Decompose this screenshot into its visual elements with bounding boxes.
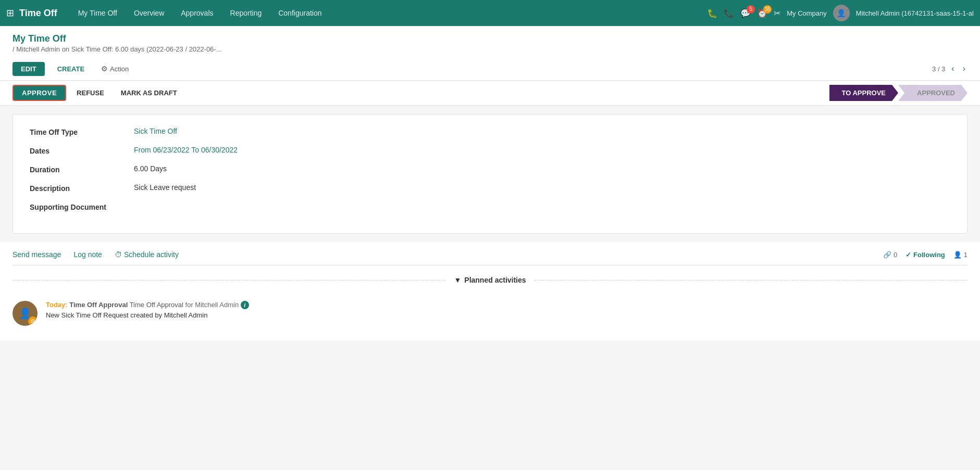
breadcrumb: / Mitchell Admin on Sick Time Off: 6.00 … [13, 45, 967, 53]
next-page-button[interactable]: › [961, 63, 967, 74]
nav-configuration[interactable]: Configuration [270, 0, 330, 26]
status-pipeline: TO APPROVE APPROVED [829, 85, 968, 101]
chat-badge: 5 [747, 5, 755, 14]
prev-page-button[interactable]: ‹ [949, 63, 956, 74]
followers-item[interactable]: 👤 1 [953, 251, 967, 259]
clock-small-icon: ⏱ [115, 250, 122, 259]
page-title: My Time Off [13, 33, 967, 44]
chatter: Send message Log note ⏱ Schedule activit… [0, 242, 980, 340]
pagination: 3 / 3 ‹ › [932, 63, 967, 74]
phone-icon[interactable]: 📞 [724, 8, 734, 18]
label-supporting-document: Supporting Document [30, 202, 134, 211]
schedule-activity-button[interactable]: ⏱ Schedule activity [115, 250, 179, 259]
top-nav-right: 🐛 📞 💬 5 ⏰ 35 ✂ My Company 👤 Mitchell Adm… [707, 5, 974, 21]
activity-title: Time Off Approval [69, 301, 128, 309]
nav-reporting[interactable]: Reporting [222, 0, 270, 26]
value-duration: 6.00 Days [134, 164, 167, 173]
clock-badge: 35 [763, 5, 772, 14]
form-card: Time Off Type Sick Time Off Dates From 0… [13, 114, 967, 234]
chevron-down-icon: ▼ [454, 276, 461, 284]
label-time-off-type: Time Off Type [30, 127, 134, 136]
clock-icon[interactable]: ⏰ 35 [757, 8, 767, 18]
activity-avatar-badge: ⚙ [28, 316, 38, 326]
bug-icon[interactable]: 🐛 [707, 8, 717, 18]
status-bar: APPROVE REFUSE MARK AS DRAFT TO APPROVE … [0, 81, 980, 106]
log-note-button[interactable]: Log note [73, 250, 102, 259]
activity-meta: Today: Time Off Approval Time Off Approv… [46, 301, 967, 309]
links-item[interactable]: 🔗 0 [883, 251, 897, 259]
avatar[interactable]: 👤 [833, 5, 850, 21]
activity-avatar: 👤 ⚙ [13, 301, 38, 326]
scissors-icon[interactable]: ✂ [774, 8, 780, 18]
chatter-right: 🔗 0 ✓ Following 👤 1 [883, 251, 967, 259]
top-menu: My Time Off Overview Approvals Reporting… [70, 0, 708, 26]
form-row-description: Description Sick Leave request [30, 183, 950, 193]
create-button[interactable]: CREATE [53, 62, 89, 76]
value-time-off-type: Sick Time Off [134, 127, 177, 135]
page-header: My Time Off / Mitchell Admin on Sick Tim… [0, 26, 980, 57]
info-icon[interactable]: i [241, 301, 249, 309]
activity-date-label: Today: [46, 301, 68, 309]
toolbar: EDIT CREATE ⚙ Action 3 / 3 ‹ › [0, 57, 980, 81]
status-step-approved[interactable]: APPROVED [898, 85, 967, 101]
refuse-button[interactable]: REFUSE [70, 86, 110, 100]
following-button[interactable]: ✓ Following [905, 251, 945, 259]
activity-for: for Mitchell Admin [185, 301, 239, 309]
planned-activities-header: ▼ Planned activities [13, 276, 967, 284]
action-button[interactable]: ⚙ Action [97, 61, 133, 76]
grid-icon[interactable]: ⊞ [6, 7, 14, 19]
person-icon: 👤 [953, 251, 962, 259]
activity-item: 👤 ⚙ Today: Time Off Approval Time Off Ap… [13, 295, 967, 332]
company-name[interactable]: My Company [787, 9, 827, 17]
app-title: Time Off [19, 8, 57, 19]
send-message-button[interactable]: Send message [13, 250, 61, 259]
form-row-supporting-document: Supporting Document [30, 202, 950, 211]
approve-button[interactable]: APPROVE [13, 85, 66, 101]
link-icon: 🔗 [883, 251, 891, 259]
divider-left [13, 280, 445, 281]
chat-icon[interactable]: 💬 5 [740, 8, 751, 18]
label-duration: Duration [30, 164, 134, 174]
top-navigation: ⊞ Time Off My Time Off Overview Approval… [0, 0, 980, 26]
value-dates: From 06/23/2022 To 06/30/2022 [134, 146, 238, 154]
nav-approvals[interactable]: Approvals [172, 0, 221, 26]
form-row-duration: Duration 6.00 Days [30, 164, 950, 174]
label-description: Description [30, 183, 134, 193]
form-row-dates: Dates From 06/23/2022 To 06/30/2022 [30, 146, 950, 155]
check-icon: ✓ [905, 251, 911, 259]
gear-icon: ⚙ [101, 65, 108, 73]
mark-as-draft-button[interactable]: MARK AS DRAFT [115, 86, 183, 100]
activity-title-text: Time Off Approval [130, 301, 185, 309]
user-name[interactable]: Mitchell Admin (16742131-saas-15-1-al [856, 9, 974, 17]
form-row-time-off-type: Time Off Type Sick Time Off [30, 127, 950, 136]
activity-content: Today: Time Off Approval Time Off Approv… [46, 301, 967, 326]
edit-button[interactable]: EDIT [13, 62, 45, 76]
nav-my-time-off[interactable]: My Time Off [70, 0, 126, 26]
status-step-to-approve[interactable]: TO APPROVE [829, 85, 899, 101]
label-dates: Dates [30, 146, 134, 155]
activity-description: New Sick Time Off Request created by Mit… [46, 311, 967, 319]
divider-right [535, 280, 967, 281]
value-description: Sick Leave request [134, 183, 196, 192]
planned-activities-label: ▼ Planned activities [445, 276, 534, 284]
chatter-actions: Send message Log note ⏱ Schedule activit… [13, 250, 967, 265]
nav-overview[interactable]: Overview [126, 0, 172, 26]
